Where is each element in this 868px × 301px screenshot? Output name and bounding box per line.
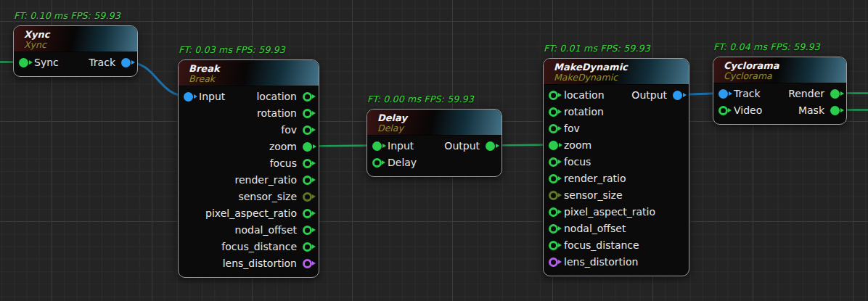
node-cyclorama[interactable]: CycloramaCycloramaTrackRenderVideoMask [713, 57, 847, 125]
unconnected-port-dot-icon[interactable] [549, 174, 558, 184]
unconnected-port-dot-icon[interactable] [303, 259, 312, 268]
port-location[interactable]: location [256, 88, 312, 105]
node-header[interactable]: CycloramaCyclorama [713, 57, 846, 83]
port-focus[interactable]: focus [270, 155, 312, 172]
port-label: focus_distance [221, 239, 297, 255]
port-mask[interactable]: Mask [798, 102, 840, 119]
unconnected-port-dot-icon[interactable] [549, 241, 558, 250]
node-header[interactable]: DelayDelay [367, 110, 501, 136]
port-label: fov [564, 120, 580, 137]
port-focus-distance[interactable]: focus_distance [549, 237, 639, 254]
port-label: fov [281, 122, 297, 139]
connected-port-dot-icon[interactable] [184, 92, 193, 102]
frame-time-label: FT: 0.00 ms FPS: 59.93 [367, 94, 474, 104]
unconnected-port-dot-icon[interactable] [303, 192, 312, 202]
port-row: nodal_offset [179, 222, 319, 239]
port-output[interactable]: Output [631, 87, 682, 104]
node-title: Cyclorama [724, 60, 836, 71]
unconnected-port-dot-icon[interactable] [303, 176, 312, 185]
port-output[interactable]: Output [444, 138, 495, 154]
unconnected-port-dot-icon[interactable] [549, 207, 558, 217]
port-pixel-aspect-ratio[interactable]: pixel_aspect_ratio [205, 205, 312, 222]
port-render-ratio[interactable]: render_ratio [235, 172, 312, 189]
port-label: Video [734, 102, 762, 119]
node-header[interactable]: BreakBreak [179, 60, 319, 86]
port-zoom[interactable]: zoom [549, 137, 591, 154]
port-input[interactable]: Input [372, 138, 414, 154]
node-header[interactable]: MakeDynamicMakeDynamic [544, 59, 689, 85]
port-label: focus_distance [564, 237, 639, 254]
port-label: Sync [34, 54, 59, 71]
port-rotation[interactable]: rotation [549, 104, 604, 120]
unconnected-port-dot-icon[interactable] [549, 91, 558, 100]
port-lens-distortion[interactable]: lens_distortion [549, 254, 638, 271]
connected-port-dot-icon[interactable] [19, 58, 28, 67]
unconnected-port-dot-icon[interactable] [303, 109, 312, 118]
port-render[interactable]: Render [788, 86, 840, 102]
port-render-ratio[interactable]: render_ratio [549, 170, 626, 187]
port-nodal-offset[interactable]: nodal_offset [235, 222, 312, 239]
connected-port-dot-icon[interactable] [372, 141, 382, 151]
port-nodal-offset[interactable]: nodal_offset [549, 220, 626, 237]
node-delay[interactable]: DelayDelayInputOutputDelay [367, 109, 502, 177]
port-label: pixel_aspect_ratio [205, 205, 297, 222]
port-row: focus_distance [544, 237, 689, 254]
unconnected-port-dot-icon[interactable] [303, 226, 312, 235]
connected-port-dot-icon[interactable] [549, 141, 558, 150]
port-focus[interactable]: focus [549, 154, 591, 170]
port-focus-distance[interactable]: focus_distance [221, 239, 312, 255]
port-sensor-size[interactable]: sensor_size [238, 189, 312, 205]
connected-port-dot-icon[interactable] [830, 106, 840, 115]
port-label: lens_distortion [223, 255, 297, 272]
port-row: Inputlocation [179, 88, 319, 105]
connected-port-dot-icon[interactable] [830, 89, 840, 99]
unconnected-port-dot-icon[interactable] [303, 209, 312, 218]
port-location[interactable]: location [549, 87, 605, 104]
connected-port-dot-icon[interactable] [673, 91, 682, 100]
node-subtitle: Cyclorama [724, 71, 836, 81]
node-header[interactable]: XyncXync [14, 26, 137, 52]
port-row: render_ratio [544, 170, 689, 187]
connected-port-dot-icon[interactable] [718, 89, 728, 99]
unconnected-port-dot-icon[interactable] [549, 124, 558, 133]
port-row: Delay [367, 154, 501, 171]
port-rotation[interactable]: rotation [257, 105, 312, 122]
port-input[interactable]: Input [184, 88, 225, 105]
port-video[interactable]: Video [718, 102, 762, 119]
frame-time-label: FT: 0.10 ms FPS: 59.93 [14, 10, 120, 21]
unconnected-port-dot-icon[interactable] [303, 242, 312, 252]
port-track[interactable]: Track [89, 54, 131, 71]
port-row: SyncTrack [14, 54, 137, 71]
port-lens-distortion[interactable]: lens_distortion [223, 255, 312, 272]
node-break[interactable]: BreakBreakInputlocationrotationfovzoomfo… [178, 59, 319, 278]
port-label: rotation [257, 105, 297, 122]
unconnected-port-dot-icon[interactable] [303, 92, 312, 102]
port-label: sensor_size [238, 189, 297, 205]
node-makedynamic[interactable]: MakeDynamicMakeDynamiclocationOutputrota… [543, 58, 689, 276]
connected-port-dot-icon[interactable] [303, 142, 312, 152]
unconnected-port-dot-icon[interactable] [303, 125, 312, 135]
port-delay[interactable]: Delay [372, 154, 417, 171]
port-label: zoom [269, 139, 297, 155]
node-body: InputOutputDelay [367, 136, 501, 177]
port-zoom[interactable]: zoom [269, 139, 312, 155]
port-fov[interactable]: fov [549, 120, 580, 137]
port-sensor-size[interactable]: sensor_size [549, 187, 623, 204]
unconnected-port-dot-icon[interactable] [549, 107, 558, 117]
node-xync[interactable]: XyncXyncSyncTrack [13, 25, 138, 77]
unconnected-port-dot-icon[interactable] [372, 158, 382, 168]
unconnected-port-dot-icon[interactable] [549, 191, 558, 200]
port-track[interactable]: Track [718, 86, 761, 102]
port-fov[interactable]: fov [281, 122, 312, 139]
node-graph-canvas[interactable]: FT: 0.10 ms FPS: 59.93XyncXyncSyncTrackF… [0, 0, 868, 301]
unconnected-port-dot-icon[interactable] [549, 157, 558, 167]
port-sync[interactable]: Sync [19, 54, 59, 71]
connected-port-dot-icon[interactable] [486, 141, 495, 151]
unconnected-port-dot-icon[interactable] [718, 106, 728, 115]
unconnected-port-dot-icon[interactable] [303, 159, 312, 168]
port-row: rotation [544, 104, 689, 120]
unconnected-port-dot-icon[interactable] [549, 257, 558, 267]
port-pixel-aspect-ratio[interactable]: pixel_aspect_ratio [549, 204, 655, 220]
unconnected-port-dot-icon[interactable] [549, 224, 558, 234]
connected-port-dot-icon[interactable] [121, 58, 131, 67]
